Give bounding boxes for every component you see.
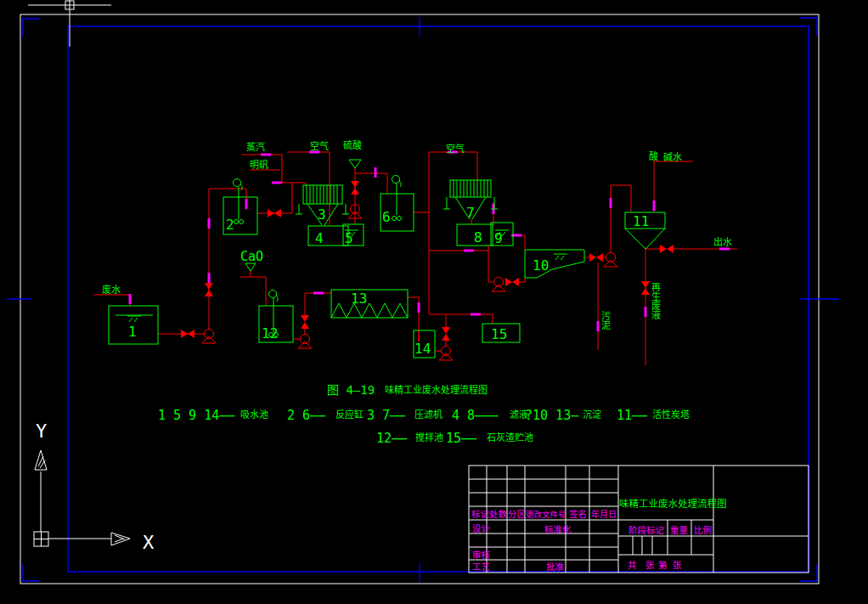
svg-text:比例: 比例 [694,525,712,535]
equipment-number: 5 [345,230,353,246]
svg-text:活性炭塔: 活性炭塔 [652,409,690,421]
svg-text:张: 张 [645,560,655,570]
label-regen-waste: 再生废液 [650,282,662,320]
equipment-number: 7 [466,205,475,221]
cad-drawing-canvas[interactable]: 1 2 3 4 5 6 7 [0,0,868,604]
label-alum: 明矾 [250,160,268,171]
svg-text:11——: 11—— [617,408,648,423]
ucs-x-label: X [143,532,155,553]
svg-text:反应缸: 反应缸 [335,409,364,421]
label-alkali-water: 碱水 [663,152,682,163]
svg-text:标记: 标记 [471,509,489,519]
label-acid: 酸 [649,150,658,162]
svg-text:吸水池: 吸水池 [240,409,268,421]
equipment-number: 15 [491,326,507,342]
label-air-2: 空气 [446,143,465,155]
svg-text:2 6——: 2 6—— [287,408,326,423]
svg-text:审核: 审核 [472,550,490,560]
svg-text:3 7——: 3 7—— [367,408,406,423]
equipment-number: 11 [633,213,649,229]
svg-text:15——: 15—— [446,431,477,446]
svg-text:压滤机: 压滤机 [414,409,442,421]
label-sulfuric-acid: 硫酸 [343,139,362,151]
equipment-number: 2 [226,217,234,233]
svg-text:阶段标记: 阶段标记 [628,525,664,535]
svg-text:签名: 签名 [569,509,587,519]
svg-text:批准: 批准 [546,562,564,572]
svg-text:处数: 处数 [489,509,507,519]
label-wastewater: 废水 [102,284,121,296]
label-sludge: 污泥 [600,311,612,330]
equipment-number: 8 [474,229,482,246]
svg-text:1 5 9 14——: 1 5 9 14—— [158,408,235,423]
svg-text:年月日: 年月日 [591,509,617,519]
equipment-number: 3 [318,206,326,223]
svg-text:沉淀: 沉淀 [583,409,601,421]
svg-text:?10 13—: ?10 13— [525,408,579,423]
svg-text:重量: 重量 [670,525,688,535]
svg-text:张: 张 [673,560,682,570]
equipment-number: 10 [533,257,549,274]
label-outlet-water: 出水 [713,236,732,248]
svg-text:石灰渣贮池: 石灰渣贮池 [487,432,533,443]
title-block-drawing-title: 味精工业废水处理流程图 [619,498,727,510]
equipment-number: 13 [351,291,367,307]
equipment-number: 1 [128,324,137,340]
ucs-y-label: Y [36,421,47,442]
svg-text:4 8———: 4 8——— [452,408,499,423]
label-steam: 蒸汽 [246,141,265,153]
equipment-number: 4 [315,230,324,246]
svg-text:更改文件号: 更改文件号 [526,510,566,519]
equipment-number: 14 [414,341,431,357]
equipment-number: 9 [494,230,503,246]
svg-text:设计: 设计 [472,523,490,533]
figure-title: 味精工业废水处理流程图 [385,384,488,396]
svg-text:第: 第 [658,560,668,570]
label-air-1: 空气 [310,140,329,152]
svg-text:分区: 分区 [508,509,526,519]
svg-text:12——: 12—— [376,431,408,446]
svg-text:标准化: 标准化 [544,524,572,534]
equipment-number: 12 [262,325,278,342]
label-cao: CaO [240,249,263,264]
svg-text:共: 共 [628,560,637,570]
figure-number: 图 4—19 [327,383,375,397]
svg-text:搅拌池: 搅拌池 [415,432,443,443]
equipment-number: 6 [382,209,391,225]
svg-text:工艺: 工艺 [472,562,490,572]
